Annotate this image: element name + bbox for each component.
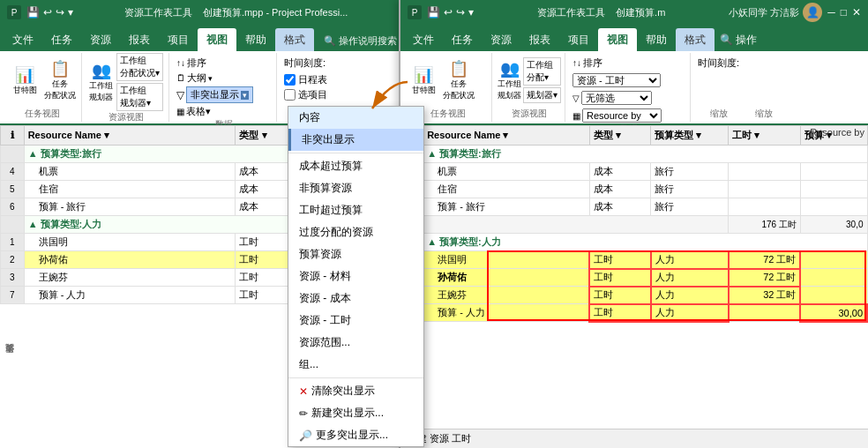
- dropdown-item-res-cost[interactable]: 资源 - 成本: [288, 287, 423, 310]
- right-cn-3: 王婉芬: [423, 287, 590, 304]
- tab-view-right[interactable]: 视图: [598, 28, 637, 51]
- th-resource-name: Resource Name ▾: [24, 126, 236, 146]
- left-rownum-2: 2: [1, 251, 25, 269]
- task-assign-btn-right[interactable]: 📋 任务分配状况: [443, 59, 475, 101]
- left-rownum-4: 4: [1, 163, 25, 181]
- dropdown-item-res-work[interactable]: 资源 - 工时: [288, 310, 423, 332]
- dropdown-item-nohighlight[interactable]: 非突出显示: [288, 129, 423, 151]
- left-resource-group: 👥 工作组规划器 工作组分配状况▾ 工作组规划器▾ 资源视图: [84, 53, 169, 122]
- th-info: ℹ: [1, 126, 25, 146]
- left-rownum-group2: [1, 216, 25, 234]
- redo-icon-right[interactable]: ↪: [456, 6, 465, 19]
- tab-help-left[interactable]: 帮助: [236, 28, 275, 51]
- highlight-dropdown-btn[interactable]: 非突出显示 ▾: [186, 86, 253, 103]
- quick-access-right: 💾 ↩ ↪ ▾: [427, 6, 474, 19]
- right-status-bar: 新建 资源 工时: [400, 429, 868, 448]
- schedule-checkbox[interactable]: [284, 74, 296, 86]
- custom-icon-left[interactable]: ▾: [68, 6, 73, 19]
- right-group-travel-label: ▲ 预算类型:旅行: [423, 146, 867, 163]
- tab-resource-left[interactable]: 资源: [81, 28, 120, 51]
- redo-icon-left[interactable]: ↪: [56, 6, 64, 19]
- group-select[interactable]: Resource by: [582, 108, 662, 123]
- close-btn[interactable]: ✕: [852, 6, 861, 19]
- right-ct-7: 工时: [589, 304, 650, 322]
- right-cb-1: 人力: [651, 251, 729, 269]
- tab-view-left[interactable]: 视图: [198, 28, 236, 51]
- right-filter-icon: ▽: [572, 93, 580, 103]
- right-window: P 💾 ↩ ↪ ▾ 资源工作表工具 创建预算.m 小妖同学 方洁影 👤 ─ □ …: [399, 0, 868, 448]
- undo-icon-right[interactable]: ↩: [444, 6, 453, 19]
- schedule-check-label[interactable]: 日程表: [284, 73, 327, 86]
- dropdown-item-res-material[interactable]: 资源 - 材料: [288, 265, 423, 287]
- dropdown-item-content[interactable]: 内容: [288, 107, 423, 129]
- dropdown-item-budget-res[interactable]: 预算资源: [288, 243, 423, 265]
- right-view-dropdown-row: 资源 - 工时: [572, 73, 661, 87]
- filter-icon: ▽: [176, 89, 184, 101]
- resource-planner-btn[interactable]: 工作组规划器▾: [116, 83, 163, 111]
- left-cell-name-2: 孙荷佑: [24, 251, 236, 269]
- right-group-manpower-label: ▲ 预算类型:人力: [423, 234, 867, 251]
- other-check-label[interactable]: 选项目: [284, 88, 327, 101]
- right-row-2-selected[interactable]: 2 孙荷佑 工时 人力 72 工时: [401, 269, 868, 287]
- right-planner-btn[interactable]: 规划器▾: [523, 87, 561, 103]
- left-ribbon-tabs: 文件 任务 资源 报表 项目 视图 帮助 格式 🔍 操作说明搜索: [0, 25, 400, 51]
- schedule-checks: 日程表 选项目: [284, 73, 327, 101]
- right-cb-6: 旅行: [651, 198, 729, 216]
- tab-format-left[interactable]: 格式: [275, 28, 314, 51]
- right-row-5: 5 住宿 成本 旅行: [401, 181, 868, 198]
- filter-row: ▽ 非突出显示 ▾: [176, 86, 253, 103]
- right-subtotal-travel: 176 工时 30,0: [401, 216, 868, 234]
- minimize-btn[interactable]: ─: [827, 6, 835, 19]
- task-usage-btn-left[interactable]: 📋 任务分配状况: [44, 59, 76, 101]
- right-sort-label: 排序: [583, 56, 602, 70]
- gantt-btn-right[interactable]: 📊 甘特图: [408, 65, 439, 96]
- other-checkbox[interactable]: [284, 89, 296, 101]
- left-resource-btns: 👥 工作组规划器 工作组分配状况▾ 工作组规划器▾: [89, 53, 163, 111]
- right-cb-3: 人力: [651, 287, 729, 304]
- left-rownum-1: 1: [1, 234, 25, 251]
- workgroup-btn-left[interactable]: 👥 工作组规划器: [89, 61, 113, 103]
- left-view-btns: 📊 甘特图 📋 任务分配状况: [9, 53, 76, 108]
- right-resource-btns: 👥 工作组规划器 工作组分配▾ 规划器▾: [498, 53, 561, 108]
- save-icon-left[interactable]: 💾: [26, 6, 40, 19]
- undo-icon-left[interactable]: ↩: [43, 6, 52, 19]
- workgroup-btn-right[interactable]: 👥 工作组规划器: [498, 59, 521, 101]
- tab-task-left[interactable]: 任务: [42, 28, 81, 51]
- dropdown-item-more[interactable]: 🔎更多突出显示...: [288, 424, 423, 446]
- highlight-arrow-btn[interactable]: ▾: [241, 91, 249, 100]
- right-data-controls: ↑↓ 排序 资源 - 工时 ▽ 无筛选: [572, 53, 685, 123]
- dropdown-item-non-budget[interactable]: 非预算资源: [288, 177, 423, 199]
- right-alloc-btn[interactable]: 工作组分配▾: [523, 57, 561, 86]
- tab-file-left[interactable]: 文件: [4, 28, 42, 51]
- tab-report-right[interactable]: 报表: [520, 28, 559, 51]
- gantt-btn-left[interactable]: 📊 甘特图: [9, 65, 41, 96]
- filter-select[interactable]: 无筛选: [581, 91, 652, 105]
- dropdown-item-over-alloc[interactable]: 过度分配的资源: [288, 221, 423, 243]
- tab-project-right[interactable]: 项目: [559, 28, 598, 51]
- tab-project-left[interactable]: 项目: [159, 28, 198, 51]
- view-select[interactable]: 资源 - 工时: [572, 73, 661, 87]
- tab-help-right[interactable]: 帮助: [637, 28, 676, 51]
- custom-icon-right[interactable]: ▾: [468, 6, 474, 19]
- dropdown-item-new[interactable]: ✏新建突出显示...: [288, 402, 423, 424]
- dropdown-item-group[interactable]: 组...: [288, 354, 423, 376]
- tab-file-right[interactable]: 文件: [404, 28, 443, 51]
- tab-format-right[interactable]: 格式: [676, 28, 715, 51]
- right-cb-7: 人力: [651, 304, 729, 322]
- dropdown-item-cost-over[interactable]: 成本超过预算: [288, 155, 423, 177]
- right-app-label: 资源工作表工具: [537, 7, 605, 18]
- left-rownum-6: 6: [1, 198, 25, 216]
- dropdown-item-res-range[interactable]: 资源范围...: [288, 332, 423, 354]
- work-alloc-btn[interactable]: 工作组分配状况▾: [116, 53, 163, 81]
- maximize-btn[interactable]: □: [841, 6, 847, 19]
- left-cell-name-7: 预算 - 人力: [24, 287, 236, 304]
- tab-resource-right[interactable]: 资源: [482, 28, 520, 51]
- save-icon-right[interactable]: 💾: [427, 6, 440, 19]
- right-cb-5: 旅行: [651, 181, 729, 198]
- tab-task-right[interactable]: 任务: [443, 28, 482, 51]
- right-sort-row: ↑↓ 排序: [572, 56, 602, 70]
- dropdown-item-clear[interactable]: ✕清除突出显示: [288, 380, 423, 402]
- tab-search-right[interactable]: 🔍 操作: [715, 28, 762, 51]
- tab-report-left[interactable]: 报表: [120, 28, 159, 51]
- dropdown-item-work-over[interactable]: 工时超过预算: [288, 199, 423, 221]
